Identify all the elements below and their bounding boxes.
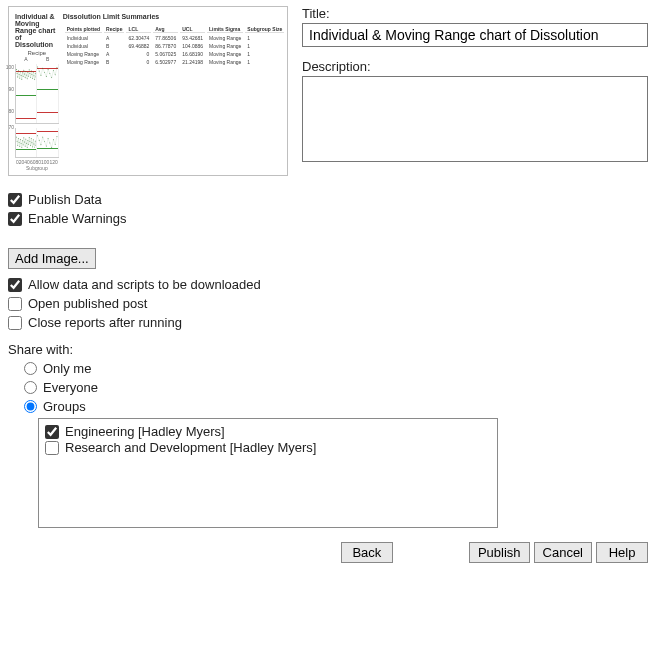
svg-line-84: [16, 137, 17, 141]
share-only-me-radio[interactable]: [24, 362, 37, 375]
svg-line-134: [33, 140, 34, 144]
svg-line-73: [48, 69, 50, 73]
svg-line-157: [50, 143, 52, 148]
publish-button[interactable]: Publish: [469, 542, 530, 563]
svg-line-100: [22, 141, 23, 148]
svg-line-92: [19, 142, 20, 146]
share-only-me-label: Only me: [43, 361, 91, 376]
svg-line-108: [24, 142, 25, 146]
svg-line-149: [43, 137, 45, 142]
svg-line-118: [28, 140, 29, 144]
svg-line-34: [27, 72, 28, 78]
svg-line-112: [26, 139, 27, 143]
svg-line-163: [56, 137, 58, 145]
add-image-button[interactable]: Add Image...: [8, 248, 96, 269]
svg-line-16: [21, 76, 22, 80]
svg-line-54: [34, 76, 35, 80]
group-checkbox[interactable]: [45, 425, 59, 439]
svg-line-116: [27, 140, 28, 147]
svg-line-143: [38, 136, 40, 141]
title-label: Title:: [302, 6, 648, 21]
svg-line-94: [20, 139, 21, 146]
thumb-chart-title: Individual & Moving Range chart of Disso…: [15, 13, 59, 48]
svg-line-4: [17, 73, 18, 77]
svg-line-26: [24, 74, 25, 78]
cancel-button[interactable]: Cancel: [534, 542, 592, 563]
svg-line-58: [35, 73, 36, 77]
svg-line-124: [30, 141, 31, 145]
svg-line-56: [35, 73, 36, 79]
svg-line-38: [29, 70, 30, 76]
svg-line-155: [48, 138, 50, 143]
svg-line-40: [29, 70, 30, 74]
svg-line-110: [25, 139, 26, 146]
svg-line-145: [40, 140, 42, 145]
group-checkbox[interactable]: [45, 441, 59, 455]
svg-line-128: [31, 139, 32, 143]
thumb-facet-b: B: [37, 56, 59, 62]
svg-line-77: [52, 71, 54, 78]
svg-line-28: [25, 71, 26, 77]
svg-line-65: [41, 68, 43, 75]
svg-line-140: [35, 141, 36, 145]
close-reports-checkbox[interactable]: [8, 316, 22, 330]
svg-line-120: [29, 137, 30, 144]
svg-line-104: [23, 138, 24, 145]
svg-line-18: [22, 73, 23, 79]
svg-line-22: [23, 70, 24, 76]
svg-line-42: [30, 74, 31, 78]
thumb-individual-chart: Dissolution 100 90 80 70: [15, 64, 59, 124]
svg-line-2: [16, 69, 17, 73]
group-label: Research and Development [Hadley Myers]: [65, 440, 316, 455]
enable-warnings-checkbox[interactable]: [8, 212, 22, 226]
title-input[interactable]: [302, 23, 648, 47]
svg-line-96: [20, 139, 21, 143]
svg-line-20: [22, 73, 23, 77]
svg-line-138: [35, 141, 36, 148]
svg-line-136: [34, 144, 35, 148]
svg-line-71: [47, 69, 49, 76]
svg-point-160: [55, 144, 56, 145]
open-published-checkbox[interactable]: [8, 297, 22, 311]
svg-line-130: [32, 143, 33, 147]
svg-line-10: [19, 74, 20, 78]
groups-listbox[interactable]: Engineering [Hadley Myers] Research and …: [38, 418, 498, 528]
svg-line-88: [18, 138, 19, 145]
svg-line-36: [28, 72, 29, 76]
svg-line-102: [22, 141, 23, 145]
svg-line-61: [38, 67, 40, 71]
allow-download-checkbox[interactable]: [8, 278, 22, 292]
description-label: Description:: [302, 59, 648, 74]
publish-data-checkbox[interactable]: [8, 193, 22, 207]
share-with-label: Share with:: [8, 342, 648, 357]
svg-line-114: [27, 143, 28, 147]
svg-line-147: [41, 137, 43, 145]
svg-line-24: [24, 70, 25, 74]
svg-line-52: [33, 72, 34, 76]
share-everyone-radio[interactable]: [24, 381, 37, 394]
svg-line-159: [52, 140, 54, 148]
svg-line-12: [20, 72, 21, 78]
description-input[interactable]: [302, 76, 648, 162]
svg-line-46: [31, 71, 32, 75]
publish-data-label: Publish Data: [28, 192, 102, 207]
svg-line-132: [33, 140, 34, 147]
svg-line-50: [33, 72, 34, 78]
svg-line-106: [24, 138, 25, 142]
svg-line-32: [27, 75, 28, 79]
share-groups-radio[interactable]: [24, 400, 37, 413]
svg-line-98: [21, 144, 22, 148]
svg-line-161: [54, 140, 56, 145]
svg-line-30: [26, 71, 27, 75]
help-button[interactable]: Help: [596, 542, 648, 563]
svg-line-67: [43, 68, 45, 72]
svg-line-8: [18, 71, 19, 75]
thumb-summary-title: Dissolution Limit Summaries: [63, 13, 287, 20]
svg-line-79: [54, 71, 56, 75]
enable-warnings-label: Enable Warnings: [28, 211, 127, 226]
back-button[interactable]: Back: [341, 542, 393, 563]
share-everyone-label: Everyone: [43, 380, 98, 395]
thumb-moving-range-chart: Moving Range(Dissolution): [15, 128, 59, 158]
svg-line-48: [32, 75, 33, 79]
svg-line-63: [40, 71, 42, 75]
